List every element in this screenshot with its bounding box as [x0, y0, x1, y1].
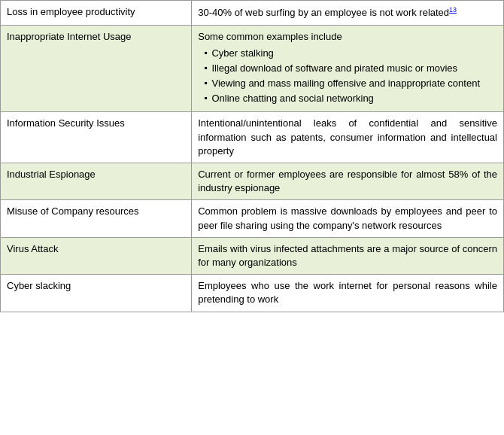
- table-row-row-cyber-slacking: Cyber slackingEmployees who use the work…: [1, 275, 504, 312]
- left-cell-row-security-issues: Information Security Issues: [1, 112, 192, 163]
- list-item-1: Illegal download of software and pirated…: [204, 62, 497, 75]
- list-item-3: Online chatting and social networking: [204, 92, 497, 105]
- right-cell-row-security-issues: Intentional/unintentional leaks of confi…: [192, 112, 504, 163]
- cell-text: Common problem is massive downloads by e…: [198, 205, 497, 230]
- left-cell-row-misuse: Misuse of Company resources: [1, 200, 192, 237]
- list-item-0: Cyber stalking: [204, 47, 497, 60]
- main-table: Loss in employee productivity30-40% of w…: [0, 0, 504, 312]
- cell-text: Intentional/unintentional leaks of confi…: [198, 117, 497, 156]
- right-cell-row-internet-usage: Some common examples includeCyber stalki…: [192, 25, 504, 112]
- table-row-row-security-issues: Information Security IssuesIntentional/u…: [1, 112, 504, 163]
- cell-text: Emails with virus infected attachments a…: [198, 243, 497, 268]
- cell-text: Current or former employees are responsi…: [198, 169, 497, 193]
- left-cell-row-cyber-slacking: Cyber slacking: [1, 275, 192, 312]
- left-cell-row-productivity: Loss in employee productivity: [1, 1, 192, 26]
- right-cell-row-cyber-slacking: Employees who use the work internet for …: [192, 275, 504, 312]
- bullet-list: Cyber stalkingIllegal download of softwa…: [204, 47, 497, 106]
- table-row-row-internet-usage: Inappropriate Internet UsageSome common …: [1, 25, 504, 112]
- right-cell-row-espionage: Current or former employees are responsi…: [192, 163, 504, 200]
- table-row-row-espionage: Industrial EspionageCurrent or former em…: [1, 163, 504, 200]
- cell-text: Employees who use the work internet for …: [198, 280, 497, 305]
- table-row-row-productivity: Loss in employee productivity30-40% of w…: [1, 1, 504, 26]
- left-cell-row-virus: Virus Attack: [1, 237, 192, 274]
- right-cell-row-virus: Emails with virus infected attachments a…: [192, 237, 504, 274]
- left-cell-row-internet-usage: Inappropriate Internet Usage: [1, 25, 192, 112]
- footnote-ref: 13: [449, 6, 457, 14]
- cell-text: 30-40% of web surfing by an employee is …: [198, 7, 449, 18]
- right-cell-row-productivity: 30-40% of web surfing by an employee is …: [192, 1, 504, 26]
- list-intro: Some common examples include: [198, 31, 342, 42]
- left-cell-row-espionage: Industrial Espionage: [1, 163, 192, 200]
- list-item-2: Viewing and mass mailing offensive and i…: [204, 77, 497, 90]
- table-row-row-misuse: Misuse of Company resourcesCommon proble…: [1, 200, 504, 237]
- right-cell-row-misuse: Common problem is massive downloads by e…: [192, 200, 504, 237]
- table-row-row-virus: Virus AttackEmails with virus infected a…: [1, 237, 504, 274]
